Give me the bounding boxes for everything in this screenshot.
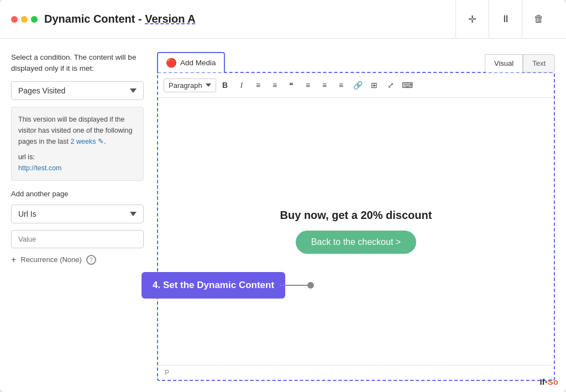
top-bar-actions: ✛ ⏸ 🗑 [455, 0, 555, 39]
editor-panel: 🔴 Add Media Visual Text Paragraph Headin… [157, 52, 555, 381]
ifso-logo: If•So [539, 377, 558, 386]
table-button[interactable]: ⊞ [366, 77, 382, 93]
tooltip-dot [307, 282, 314, 289]
italic-button[interactable]: I [234, 77, 249, 93]
editor-headline: Buy now, get a 20% discount [280, 209, 432, 222]
editor-content: Paragraph Heading 1 Heading 2 B I ≡ ≡ ❝ … [157, 72, 555, 381]
add-media-label: Add Media [180, 59, 216, 67]
top-bar: Dynamic Content - Version A ✛ ⏸ 🗑 [0, 0, 566, 39]
link-button[interactable]: 🔗 [350, 77, 365, 93]
dot-green [31, 16, 38, 23]
dot-yellow [21, 16, 28, 23]
condition-description: Select a condition. The content will be … [11, 52, 144, 75]
blockquote-button[interactable]: ❝ [284, 77, 299, 93]
url-label: url is: [18, 153, 35, 161]
align-right-button[interactable]: ≡ [333, 77, 349, 93]
value-input[interactable] [11, 230, 144, 248]
tooltip-callout: 4. Set the Dynamic Content [142, 272, 285, 299]
media-icon: 🔴 [166, 58, 177, 68]
move-button[interactable]: ✛ [455, 0, 489, 39]
tooltip-label: 4. Set the Dynamic Content [153, 280, 274, 290]
info-link[interactable]: 2 weeks ✎ [71, 138, 104, 145]
editor-tabs: 🔴 Add Media Visual Text [157, 52, 555, 72]
move-icon: ✛ [468, 13, 476, 25]
add-another-label: Add another page [11, 190, 144, 198]
edit-icon: ✎ [98, 138, 104, 145]
footer-tag: P [165, 369, 169, 377]
align-center-button[interactable]: ≡ [317, 77, 332, 93]
url-link[interactable]: http://test.com [18, 164, 62, 172]
plus-icon: + [11, 255, 16, 265]
editor-toolbar: Paragraph Heading 1 Heading 2 B I ≡ ≡ ❝ … [158, 73, 554, 98]
editor-body: Buy now, get a 20% discount Back to the … [158, 98, 554, 365]
visual-text-tabs: Visual Text [485, 54, 555, 72]
cta-button[interactable]: Back to the checkout > [296, 231, 416, 254]
top-bar-left: Dynamic Content - Version A [11, 13, 196, 25]
fullscreen-button[interactable]: ⤢ [383, 77, 399, 93]
add-media-button[interactable]: 🔴 Add Media [157, 52, 225, 72]
trash-icon: 🗑 [534, 13, 544, 25]
pause-button[interactable]: ⏸ [489, 0, 522, 39]
unordered-list-button[interactable]: ≡ [250, 77, 266, 93]
help-icon[interactable]: ? [86, 255, 96, 265]
ordered-list-button[interactable]: ≡ [267, 77, 282, 93]
tab-text[interactable]: Text [523, 54, 555, 72]
url-is-select[interactable]: Url Is Contains Starts With [11, 205, 144, 223]
window-dots [11, 16, 38, 23]
editor-footer: P [158, 365, 554, 380]
url-is-select-wrapper: Url Is Contains Starts With [11, 205, 144, 223]
dot-red [11, 16, 18, 23]
info-box: This version will be displayed if the vi… [11, 107, 144, 181]
keyboard-button[interactable]: ⌨ [400, 77, 415, 93]
url-line: url is: http://test.com [18, 151, 137, 174]
recurrence-row: + Recurrence (None) ? [11, 255, 144, 265]
condition-select[interactable]: Pages Visited Url Is Cookie Device Refer… [11, 81, 144, 100]
version-label: Version A [145, 13, 196, 25]
logo-so: So [548, 377, 558, 386]
condition-select-wrapper: Pages Visited Url Is Cookie Device Refer… [11, 81, 144, 100]
pause-icon: ⏸ [501, 13, 511, 25]
align-left-button[interactable]: ≡ [300, 77, 316, 93]
tab-visual[interactable]: Visual [485, 54, 523, 72]
paragraph-select[interactable]: Paragraph Heading 1 Heading 2 [164, 79, 216, 92]
page-title: Dynamic Content - Version A [44, 13, 196, 25]
main-content: Select a condition. The content will be … [0, 39, 566, 392]
left-panel: Select a condition. The content will be … [11, 52, 144, 381]
delete-button[interactable]: 🗑 [522, 0, 555, 39]
info-link-text: 2 weeks [71, 138, 96, 145]
bold-button[interactable]: B [217, 77, 233, 93]
recurrence-label: Recurrence (None) [20, 255, 82, 264]
